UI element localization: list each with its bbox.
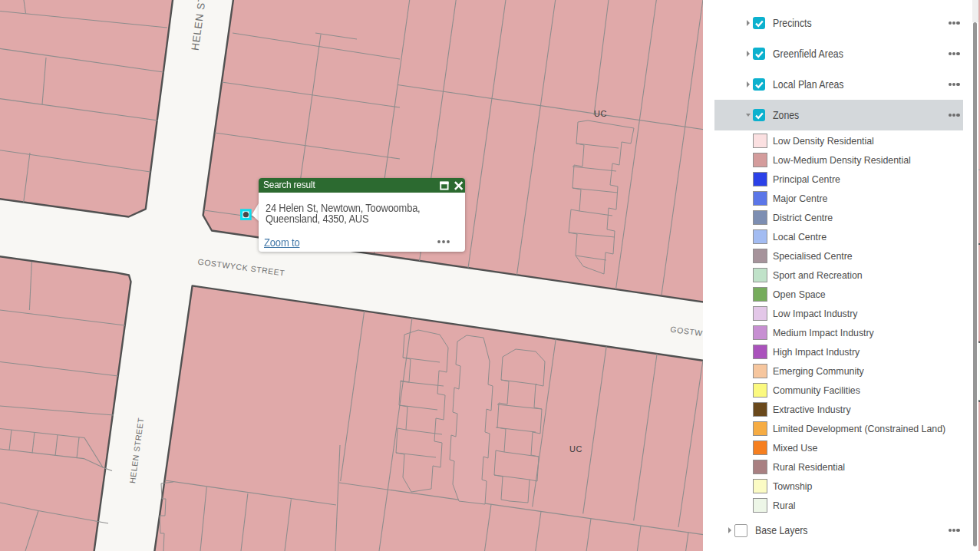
- svg-text:UC: UC: [594, 109, 607, 118]
- svg-text:UC: UC: [569, 444, 582, 454]
